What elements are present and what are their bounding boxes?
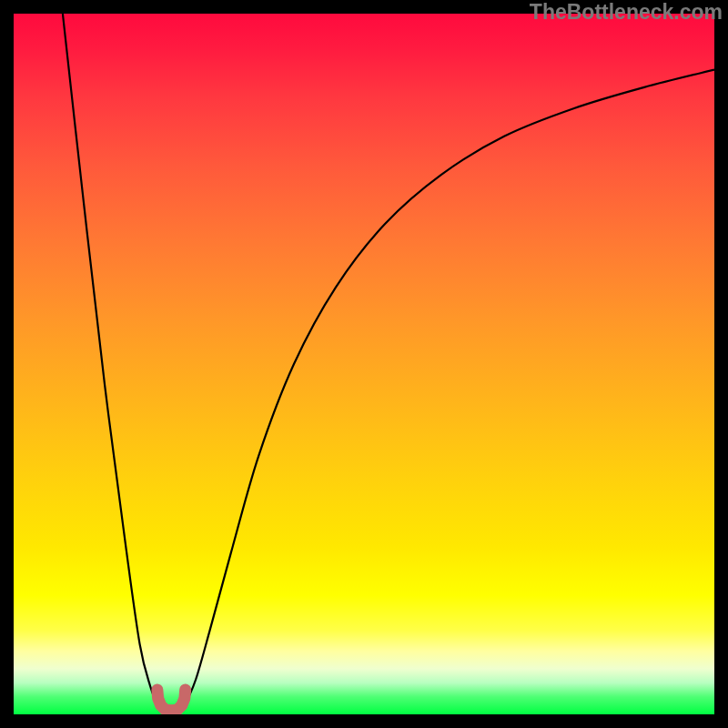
watermark-text: TheBottleneck.com [530, 0, 723, 25]
plot-area [14, 14, 714, 714]
